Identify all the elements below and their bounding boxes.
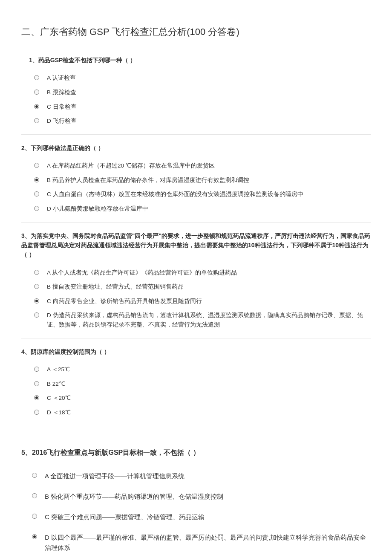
option-item[interactable]: D 飞行检查	[34, 116, 371, 126]
option-text: A 从个人或者无《药品生产许可证》《药品经营许可证》的单位购进药品	[47, 268, 371, 278]
option-text: D 伪造药品采购来源，虚构药品销售流向，篡改计算机系统、温湿度监测系统数据，隐瞒…	[47, 311, 371, 329]
option-text: C 日常检查	[47, 102, 371, 112]
options-list: A 全面推进一项管理手段――计算机管理信息系统B 强化两个重点环节――药品购销渠…	[32, 471, 371, 553]
page-title: 二、广东省药物 GSP 飞行检查汇总分析(100 分答卷)	[21, 26, 371, 38]
option-text: C ＜20℃	[47, 393, 371, 403]
option-item[interactable]: C 日常检查	[34, 102, 371, 112]
option-item[interactable]: B 强化两个重点环节――药品购销渠道的管理、仓储温湿度控制	[32, 491, 371, 502]
radio-button[interactable]	[32, 473, 37, 478]
option-text: A 全面推进一项管理手段――计算机管理信息系统	[45, 471, 371, 481]
option-text: B 跟踪检查	[47, 88, 371, 97]
radio-button[interactable]	[34, 395, 39, 400]
question-block: 1、药品GSP检查不包括下列哪一种（ ）A 认证检查B 跟踪检查C 日常检查D …	[21, 55, 371, 135]
option-item[interactable]: A ＜25℃	[34, 365, 371, 374]
option-text: C 突破三个难点问题――票据管理、冷链管理、药品运输	[45, 512, 371, 522]
option-text: D 以四个最严――最严谨的标准、最严格的监管、最严厉的处罚、最严肃的问责,加快建…	[45, 532, 371, 553]
option-item[interactable]: B 擅自改变注册地址、经营方式、经营范围销售药品	[34, 282, 371, 292]
radio-button[interactable]	[34, 410, 39, 415]
radio-button[interactable]	[34, 191, 39, 197]
option-item[interactable]: B 药品养护人员检查在库药品的储存条件，对库房温湿度进行有效监测和调控	[34, 176, 371, 185]
question-title: 4、阴凉库的温度控制范围为（ ）	[21, 347, 371, 356]
option-item[interactable]: D 小儿氨酚黄那敏颗粒存放在常温库中	[34, 204, 371, 214]
radio-button[interactable]	[34, 381, 39, 386]
option-text: D 飞行检查	[47, 116, 371, 126]
option-text: B 擅自改变注册地址、经营方式、经营范围销售药品	[47, 282, 371, 292]
options-list: A 在库药品红药片（不超过20 ℃储存）存放在常温库中的发货区B 药品养护人员检…	[34, 161, 371, 213]
option-text: B 强化两个重点环节――药品购销渠道的管理、仓储温湿度控制	[45, 491, 371, 502]
radio-button[interactable]	[32, 534, 37, 539]
radio-button[interactable]	[34, 90, 39, 95]
radio-button[interactable]	[34, 298, 39, 304]
radio-button[interactable]	[34, 163, 39, 168]
radio-button[interactable]	[34, 312, 39, 318]
question-block: 4、阴凉库的温度控制范围为（ ）A ＜25℃B 22℃C ＜20℃D ＜18℃	[21, 347, 371, 433]
option-text: A ＜25℃	[47, 365, 371, 374]
option-item[interactable]: D 伪造药品采购来源，虚构药品销售流向，篡改计算机系统、温湿度监测系统数据，隐瞒…	[34, 311, 371, 329]
option-item[interactable]: B 跟踪检查	[34, 88, 371, 97]
radio-button[interactable]	[34, 367, 39, 372]
option-item[interactable]: C ＜20℃	[34, 393, 371, 403]
option-text: B 22℃	[47, 379, 371, 389]
question-title: 3、为落实党中央、国务院对食品药品监管"四个最严"的要求，进一步整顿和规范药品流…	[21, 231, 371, 260]
option-item[interactable]: A 认证检查	[34, 73, 371, 83]
radio-button[interactable]	[34, 284, 39, 289]
questions-container: 1、药品GSP检查不包括下列哪一种（ ）A 认证检查B 跟踪检查C 日常检查D …	[21, 55, 371, 553]
question-block: 3、为落实党中央、国务院对食品药品监管"四个最严"的要求，进一步整顿和规范药品流…	[21, 231, 371, 338]
option-text: C 向药品零售企业、诊所销售药品开具销售发票且随货同行	[47, 297, 371, 306]
option-item[interactable]: D 以四个最严――最严谨的标准、最严格的监管、最严厉的处罚、最严肃的问责,加快建…	[32, 532, 371, 553]
option-item[interactable]: A 在库药品红药片（不超过20 ℃储存）存放在常温库中的发货区	[34, 161, 371, 171]
radio-button[interactable]	[34, 206, 39, 211]
option-item[interactable]: A 全面推进一项管理手段――计算机管理信息系统	[32, 471, 371, 481]
radio-button[interactable]	[34, 270, 39, 275]
radio-button[interactable]	[34, 177, 39, 182]
radio-button[interactable]	[34, 75, 39, 80]
option-text: D ＜18℃	[47, 408, 371, 417]
radio-button[interactable]	[32, 493, 37, 498]
option-text: C 人血白蛋白（杰特贝林）放置在未经核准的仓库外面的没有安装温湿度调控和监测设备…	[47, 190, 371, 199]
question-title: 5、2016飞行检查重点与新版GSP目标相一致，不包括（ ）	[21, 447, 371, 458]
radio-button[interactable]	[34, 104, 39, 109]
radio-button[interactable]	[32, 514, 37, 519]
question-title: 2、下列哪种做法是正确的（ ）	[21, 143, 371, 153]
option-text: B 药品养护人员检查在库药品的储存条件，对库房温湿度进行有效监测和调控	[47, 176, 371, 185]
option-item[interactable]: D ＜18℃	[34, 408, 371, 417]
radio-button[interactable]	[34, 118, 39, 123]
question-title: 1、药品GSP检查不包括下列哪一种（ ）	[29, 55, 371, 65]
option-text: A 认证检查	[47, 73, 371, 83]
option-item[interactable]: C 突破三个难点问题――票据管理、冷链管理、药品运输	[32, 512, 371, 522]
option-item[interactable]: B 22℃	[34, 379, 371, 389]
option-text: A 在库药品红药片（不超过20 ℃储存）存放在常温库中的发货区	[47, 161, 371, 171]
option-item[interactable]: C 人血白蛋白（杰特贝林）放置在未经核准的仓库外面的没有安装温湿度调控和监测设备…	[34, 190, 371, 199]
option-item[interactable]: C 向药品零售企业、诊所销售药品开具销售发票且随货同行	[34, 297, 371, 306]
option-text: D 小儿氨酚黄那敏颗粒存放在常温库中	[47, 204, 371, 214]
options-list: A 从个人或者无《药品生产许可证》《药品经营许可证》的单位购进药品B 擅自改变注…	[34, 268, 371, 330]
options-list: A ＜25℃B 22℃C ＜20℃D ＜18℃	[34, 365, 371, 417]
option-item[interactable]: A 从个人或者无《药品生产许可证》《药品经营许可证》的单位购进药品	[34, 268, 371, 278]
question-block: 5、2016飞行检查重点与新版GSP目标相一致，不包括（ ）A 全面推进一项管理…	[21, 447, 371, 553]
options-list: A 认证检查B 跟踪检查C 日常检查D 飞行检查	[34, 73, 371, 125]
question-block: 2、下列哪种做法是正确的（ ）A 在库药品红药片（不超过20 ℃储存）存放在常温…	[21, 143, 371, 223]
